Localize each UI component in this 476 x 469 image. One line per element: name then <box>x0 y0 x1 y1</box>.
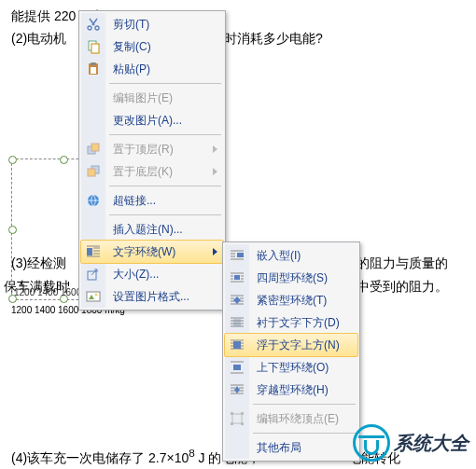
wrap-front-icon <box>230 338 245 352</box>
menu-cut[interactable]: 剪切(T) <box>81 13 223 35</box>
svg-rect-6 <box>91 67 96 74</box>
menu-send-to-back: 置于底层(K) <box>81 160 223 183</box>
menu-label: 置于顶层(R) <box>113 143 174 156</box>
bring-front-icon <box>86 142 101 157</box>
menu-label: 嵌入型(I) <box>257 249 301 262</box>
svg-rect-5 <box>91 62 96 65</box>
menu-label: 粘贴(P) <box>113 62 150 76</box>
doc-line-3b: 的阻力与质量的 <box>357 253 448 273</box>
svg-rect-14 <box>87 292 100 301</box>
menu-label: 更改图片(A)... <box>113 114 182 127</box>
menu-label: 编辑图片(E) <box>113 91 173 104</box>
svg-rect-20 <box>233 319 241 326</box>
menu-label: 浮于文字上方(N) <box>257 338 340 352</box>
svg-point-1 <box>95 26 99 30</box>
menu-separator <box>109 134 221 135</box>
menu-label: 复制(C) <box>113 40 151 53</box>
wrap-more-layout[interactable]: 其他布局 <box>225 436 357 459</box>
logo-text: 系统大全 <box>394 431 469 456</box>
svg-rect-25 <box>231 412 233 415</box>
wrap-behind-icon <box>230 315 245 330</box>
wrap-inline-icon <box>230 248 245 263</box>
menu-separator <box>253 433 356 434</box>
send-back-icon <box>86 164 101 179</box>
submenu-arrow-icon <box>213 248 217 255</box>
copy-icon <box>86 39 101 54</box>
menu-label: 编辑环绕顶点(E) <box>257 412 339 425</box>
menu-label: 文字环绕(W) <box>113 245 175 258</box>
svg-point-0 <box>88 26 91 30</box>
submenu-arrow-icon <box>213 168 217 175</box>
size-icon <box>86 267 101 282</box>
menu-label: 剪切(T) <box>113 18 149 31</box>
svg-rect-12 <box>87 248 92 255</box>
wrap-in-front-of-text[interactable]: 浮于文字上方(N) <box>224 333 358 357</box>
wrap-square[interactable]: 四周型环绕(S) <box>225 267 357 289</box>
axis-tick: 1400 <box>37 287 58 297</box>
menu-label: 置于底层(K) <box>113 165 173 178</box>
wrap-top-bottom[interactable]: 上下型环绕(O) <box>225 356 357 379</box>
menu-hyperlink[interactable]: 超链接... <box>81 189 223 212</box>
menu-separator <box>253 404 356 405</box>
menu-label: 设置图片格式... <box>113 290 189 303</box>
svg-point-16 <box>95 294 98 297</box>
svg-marker-19 <box>233 297 241 304</box>
svg-rect-27 <box>231 422 233 425</box>
doc-line-4b: 中受到的阻力。 <box>357 276 448 297</box>
text-wrap-submenu: 嵌入型(I) 四周型环绕(S) 紧密型环绕(T) 衬于文字下方(D) 浮于文字上… <box>222 241 360 462</box>
menu-size[interactable]: 大小(Z)... <box>81 263 223 285</box>
wrap-through-icon <box>230 382 245 397</box>
svg-rect-24 <box>232 414 242 423</box>
menu-label: 插入题注(N)... <box>113 223 183 236</box>
menu-copy[interactable]: 复制(C) <box>81 35 223 58</box>
wrap-tight[interactable]: 紧密型环绕(T) <box>225 289 357 311</box>
wrap-through[interactable]: 穿越型环绕(H) <box>225 379 357 401</box>
svg-rect-22 <box>233 365 241 370</box>
svg-rect-8 <box>91 144 99 151</box>
svg-rect-10 <box>88 169 95 176</box>
wrap-topbottom-icon <box>230 360 245 375</box>
menu-edit-picture: 编辑图片(E) <box>81 87 223 109</box>
menu-paste[interactable]: 粘贴(P) <box>81 58 223 80</box>
doc-line-2a: (2)电动机 <box>11 28 66 48</box>
cut-icon <box>86 17 101 32</box>
edit-points-icon <box>230 411 245 426</box>
menu-label: 上下型环绕(O) <box>257 361 329 374</box>
menu-label: 四周型环绕(S) <box>257 271 328 284</box>
menu-separator <box>109 186 221 186</box>
submenu-arrow-icon <box>213 145 217 153</box>
wrap-inline[interactable]: 嵌入型(I) <box>225 244 357 267</box>
axis-tick: 1200 <box>14 287 35 297</box>
resize-handle-icon[interactable] <box>8 226 17 234</box>
svg-rect-17 <box>237 253 244 257</box>
svg-rect-18 <box>234 275 240 280</box>
svg-rect-3 <box>91 44 99 53</box>
watermark-logo: 系统大全 <box>353 424 469 462</box>
wrap-square-icon <box>230 270 245 285</box>
menu-separator <box>109 83 221 84</box>
menu-text-wrapping[interactable]: 文字环绕(W) <box>80 240 224 264</box>
svg-rect-28 <box>241 422 244 425</box>
svg-marker-23 <box>234 386 240 393</box>
menu-label: 紧密型环绕(T) <box>257 294 327 307</box>
resize-handle-icon[interactable] <box>8 156 17 164</box>
svg-rect-21 <box>233 341 241 349</box>
logo-icon <box>353 424 390 462</box>
menu-label: 衬于文字下方(D) <box>257 316 340 329</box>
format-picture-icon <box>86 289 101 304</box>
menu-label: 其他布局 <box>257 441 301 454</box>
menu-bring-to-front: 置于顶层(R) <box>81 138 223 160</box>
doc-line-2b: 时消耗多少电能? <box>224 28 323 48</box>
wrap-behind-text[interactable]: 衬于文字下方(D) <box>225 311 357 334</box>
menu-format-picture[interactable]: 设置图片格式... <box>81 285 223 308</box>
wrap-tight-icon <box>230 293 245 308</box>
text-wrap-icon <box>86 244 101 259</box>
menu-separator <box>109 214 221 215</box>
resize-handle-icon[interactable] <box>60 156 68 164</box>
menu-label: 超链接... <box>113 194 156 207</box>
menu-label: 穿越型环绕(H) <box>257 383 329 396</box>
menu-insert-caption[interactable]: 插入题注(N)... <box>81 218 223 241</box>
paste-icon <box>86 62 101 76</box>
menu-label: 大小(Z)... <box>113 268 159 281</box>
menu-change-picture[interactable]: 更改图片(A)... <box>81 109 223 131</box>
